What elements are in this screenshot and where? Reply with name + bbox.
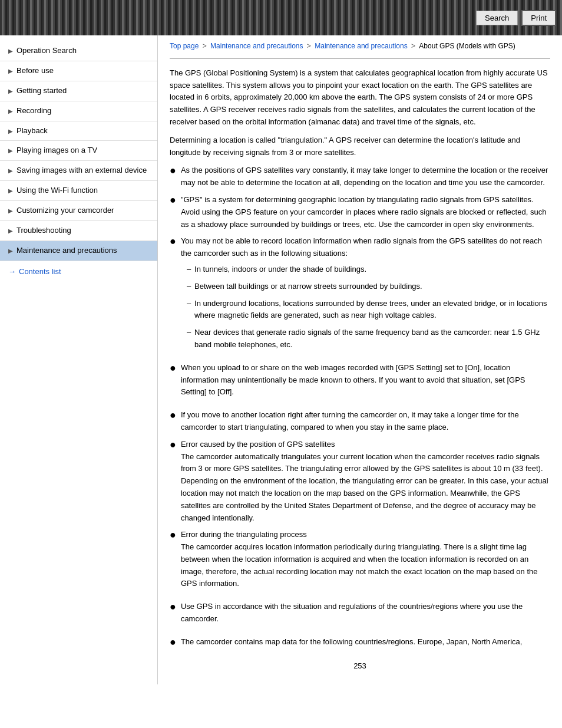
section2-bullet-list: ●If you move to another location right a…: [170, 409, 550, 590]
breadcrumb: Top page > Maintenance and precautions >…: [170, 41, 550, 51]
section2-bullet-dot-2: ●: [170, 529, 176, 542]
contents-list-label: Contents list: [19, 267, 61, 276]
section2-bullet-content-0: If you move to another location right af…: [181, 409, 550, 434]
sub-list-2: –In tunnels, indoors or under the shade …: [187, 263, 550, 351]
sidebar-item-10[interactable]: ▶Maintenance and precautions: [0, 241, 157, 261]
section2-bullet-dot-0: ●: [170, 409, 176, 422]
section3-bullet-content-0: Use GPS in accordance with the situation…: [181, 601, 550, 625]
section2-main-text-2: Error during the triangulating process: [181, 530, 307, 539]
breadcrumb-link-0[interactable]: Top page: [170, 42, 199, 50]
section2-detail-text-1: The camcorder automatically triangulates…: [181, 452, 548, 522]
sidebar-item-3[interactable]: ▶Recording: [0, 101, 157, 121]
breadcrumb-text-3: About GPS (Models with GPS): [419, 42, 515, 50]
sidebar: ▶Operation Search▶Before use▶Getting sta…: [0, 35, 158, 684]
sub-dash-icon: –: [187, 327, 191, 339]
sidebar-arrow-icon-5: ▶: [8, 147, 13, 154]
section2-bullet-content-2: Error during the triangulating processTh…: [181, 529, 550, 590]
bullet-content-3: When you upload to or share on the web i…: [181, 362, 550, 398]
breadcrumb-link-1[interactable]: Maintenance and precautions: [210, 42, 303, 50]
section3-bullet-list: ●Use GPS in accordance with the situatio…: [170, 601, 550, 625]
sidebar-arrow-icon-10: ▶: [8, 247, 13, 255]
section3-bullet-dot-0: ●: [170, 601, 176, 614]
sub-item-2-2: –In underground locations, locations sur…: [187, 298, 550, 322]
bullet-content-0: As the positions of GPS satellites vary …: [181, 164, 550, 189]
sidebar-arrow-icon-8: ▶: [8, 207, 13, 215]
section2-bullet-item-2: ●Error during the triangulating processT…: [170, 529, 550, 590]
section4-bullet-list: ●The camcorder contains map data for the…: [170, 636, 550, 649]
header: Search Print: [0, 0, 562, 35]
bullet-text-1: "GPS" is a system for determining geogra…: [181, 195, 546, 229]
sidebar-arrow-icon-7: ▶: [8, 187, 13, 195]
sidebar-item-label-7: Using the Wi-Fi function: [16, 186, 98, 196]
content-body: The GPS (Global Positioning System) is a…: [170, 67, 550, 673]
sidebar-item-1[interactable]: ▶Before use: [0, 61, 157, 81]
arrow-icon: →: [8, 267, 16, 276]
section2-bullet-content-1: Error caused by the position of GPS sate…: [181, 439, 550, 525]
triangulation-paragraph: Determining a location is called "triang…: [170, 134, 550, 159]
breadcrumb-link-2[interactable]: Maintenance and precautions: [315, 42, 407, 50]
sub-text-2-0: In tunnels, indoors or under the shade o…: [194, 263, 366, 276]
sidebar-arrow-icon-6: ▶: [8, 167, 13, 174]
sub-dash-icon: –: [187, 281, 191, 293]
bullet-text-3: When you upload to or share on the web i…: [181, 363, 525, 397]
sidebar-item-label-4: Playback: [16, 126, 48, 136]
sub-item-2-3: –Near devices that generate radio signal…: [187, 327, 550, 351]
sidebar-arrow-icon-0: ▶: [8, 47, 13, 55]
main-bullet-list: ●As the positions of GPS satellites vary…: [170, 164, 550, 398]
bullet-text-0: As the positions of GPS satellites vary …: [181, 166, 548, 187]
section2-detail-text-2: The camcorder acquires location informat…: [181, 542, 538, 588]
bullet-item-1: ●"GPS" is a system for determining geogr…: [170, 194, 550, 230]
section4-bullet-dot-0: ●: [170, 636, 176, 649]
breadcrumb-sep-2: >: [305, 42, 313, 50]
content-area: Top page > Maintenance and precautions >…: [158, 35, 562, 684]
sidebar-arrow-icon-3: ▶: [8, 107, 13, 115]
sidebar-item-6[interactable]: ▶Saving images with an external device: [0, 161, 157, 181]
section3-bullet-item-0: ●Use GPS in accordance with the situatio…: [170, 601, 550, 625]
sidebar-item-label-6: Saving images with an external device: [16, 166, 147, 176]
sub-item-2-1: –Between tall buildings or at narrow str…: [187, 281, 550, 293]
page-number: 253: [170, 660, 550, 673]
sub-dash-icon: –: [187, 298, 191, 310]
sidebar-item-9[interactable]: ▶Troubleshooting: [0, 221, 157, 241]
sidebar-item-label-9: Troubleshooting: [16, 226, 71, 236]
intro-paragraph: The GPS (Global Positioning System) is a…: [170, 67, 550, 129]
sidebar-item-label-2: Getting started: [16, 86, 67, 96]
sidebar-item-label-0: Operation Search: [16, 46, 77, 56]
sidebar-item-label-1: Before use: [16, 66, 54, 76]
section2-bullet-item-0: ●If you move to another location right a…: [170, 409, 550, 434]
sidebar-item-label-5: Playing images on a TV: [16, 146, 97, 156]
sidebar-item-label-8: Customizing your camcorder: [16, 206, 114, 216]
breadcrumb-sep-3: >: [409, 42, 418, 50]
sidebar-item-4[interactable]: ▶Playback: [0, 121, 157, 141]
bullet-dot-1: ●: [170, 194, 176, 207]
section2-main-text-1: Error caused by the position of GPS sate…: [181, 440, 335, 449]
sidebar-item-8[interactable]: ▶Customizing your camcorder: [0, 201, 157, 221]
print-button[interactable]: Print: [521, 10, 556, 26]
bullet-content-2: You may not be able to record location i…: [181, 235, 550, 357]
sidebar-item-2[interactable]: ▶Getting started: [0, 81, 157, 101]
sub-item-2-0: –In tunnels, indoors or under the shade …: [187, 263, 550, 276]
bullet-item-0: ●As the positions of GPS satellites vary…: [170, 164, 550, 189]
sidebar-item-label-3: Recording: [16, 106, 51, 116]
sub-text-2-3: Near devices that generate radio signals…: [194, 327, 550, 351]
sidebar-item-7[interactable]: ▶Using the Wi-Fi function: [0, 181, 157, 201]
sidebar-item-5[interactable]: ▶Playing images on a TV: [0, 141, 157, 161]
section2-bullet-dot-1: ●: [170, 439, 176, 452]
bullet-dot-3: ●: [170, 362, 176, 375]
sub-text-2-1: Between tall buildings or at narrow stre…: [194, 281, 422, 293]
bullet-dot-2: ●: [170, 235, 176, 248]
section4-bullet-item-0: ●The camcorder contains map data for the…: [170, 636, 550, 649]
sub-text-2-2: In underground locations, locations surr…: [194, 298, 550, 322]
search-button[interactable]: Search: [476, 11, 518, 25]
bullet-text-2: You may not be able to record location i…: [181, 236, 542, 258]
bullet-item-3: ●When you upload to or share on the web …: [170, 362, 550, 398]
contents-list-link[interactable]: → Contents list: [0, 261, 157, 282]
content-divider: [170, 58, 550, 59]
main-layout: ▶Operation Search▶Before use▶Getting sta…: [0, 35, 562, 684]
section2-main-text-0: If you move to another location right af…: [181, 410, 519, 431]
sidebar-arrow-icon-2: ▶: [8, 87, 13, 95]
sidebar-item-0[interactable]: ▶Operation Search: [0, 41, 157, 61]
sidebar-item-label-10: Maintenance and precautions: [16, 246, 117, 256]
section4-bullet-content-0: The camcorder contains map data for the …: [181, 636, 550, 648]
bullet-content-1: "GPS" is a system for determining geogra…: [181, 194, 550, 230]
